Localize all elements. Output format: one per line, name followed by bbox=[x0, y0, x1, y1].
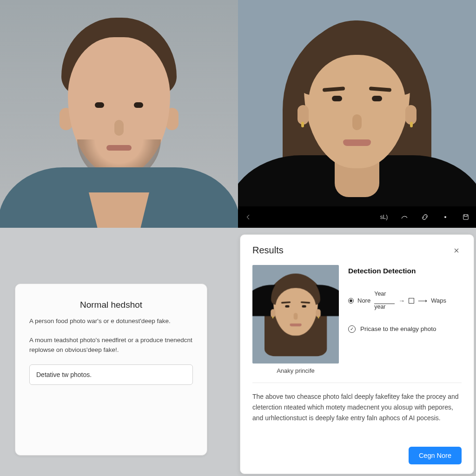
flow-year-top: Year bbox=[374, 291, 386, 298]
flow-year-bottom: year bbox=[374, 304, 385, 311]
info-card-line1: A person food photo war's or e dotunest'… bbox=[29, 317, 193, 326]
flow-year-input[interactable] bbox=[374, 298, 395, 304]
draw-icon[interactable] bbox=[399, 212, 410, 223]
detect-input[interactable]: Detative tw photos. bbox=[29, 364, 193, 385]
back-button[interactable] bbox=[243, 212, 254, 223]
results-title: Results bbox=[252, 245, 284, 256]
flow-box-icon bbox=[409, 298, 414, 304]
primary-action-button[interactable]: Cegn Nore bbox=[409, 447, 462, 464]
close-button[interactable] bbox=[451, 245, 462, 256]
detection-heading: Detection Detection bbox=[348, 267, 462, 275]
link-icon[interactable] bbox=[419, 212, 430, 223]
headshot-left bbox=[0, 0, 238, 228]
thumbnail-caption: Anaky princife bbox=[252, 367, 339, 374]
svg-rect-0 bbox=[463, 215, 469, 220]
detection-flow: Nore Year year → ⟶ Waps bbox=[348, 291, 462, 311]
arrow-icon: ⟶ bbox=[418, 297, 427, 304]
results-description: The above two cheasce photo falcl deeply… bbox=[252, 391, 462, 442]
flow-end-label: Waps bbox=[431, 297, 446, 304]
more-icon[interactable] bbox=[440, 212, 451, 223]
confirm-checkbox[interactable]: ✓ bbox=[348, 325, 356, 333]
editor-toolbar: sL) bbox=[238, 206, 476, 228]
results-card: Results bbox=[240, 234, 474, 474]
info-card-title: Normal hedshot bbox=[29, 300, 193, 310]
headshot-right bbox=[238, 0, 476, 206]
image-editor-pane: sL) bbox=[238, 0, 476, 228]
info-card-line2: A moum teadshot photo's needfiret or a p… bbox=[29, 336, 193, 355]
arrow-icon: → bbox=[398, 297, 405, 304]
flow-radio[interactable] bbox=[348, 298, 354, 304]
flow-option-label: Nore bbox=[357, 297, 370, 304]
info-card: Normal hedshot A person food photo war's… bbox=[15, 284, 207, 456]
confirm-label: Pricase to the enalgy photo bbox=[360, 325, 436, 332]
save-icon[interactable] bbox=[460, 212, 471, 223]
toolbar-label: sL) bbox=[378, 212, 390, 223]
result-thumbnail bbox=[252, 265, 339, 364]
